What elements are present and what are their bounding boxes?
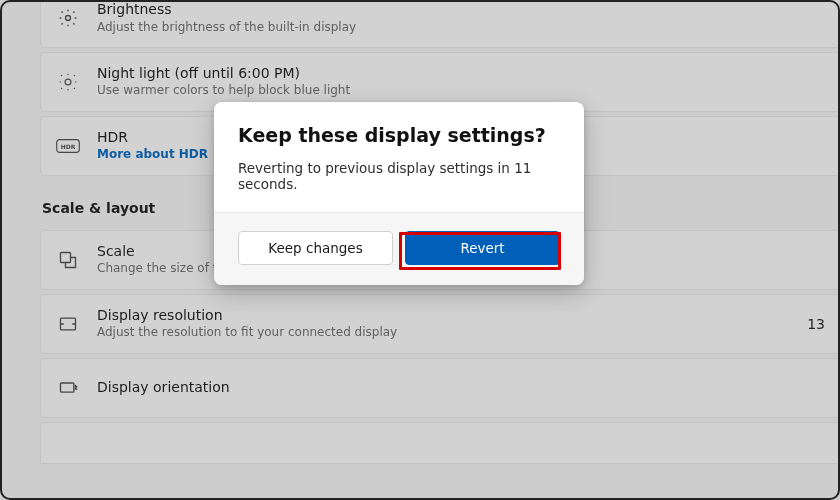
row-title: Brightness (97, 1, 356, 19)
row-orientation[interactable]: Display orientation (40, 358, 840, 418)
svg-rect-4 (61, 252, 71, 262)
svg-rect-6 (61, 383, 74, 392)
scale-icon (55, 250, 81, 270)
orientation-icon (55, 378, 81, 398)
row-sub: Adjust the brightness of the built-in di… (97, 20, 356, 35)
row-brightness[interactable]: Brightness Adjust the brightness of the … (40, 0, 840, 48)
brightness-icon (55, 8, 81, 28)
revert-button[interactable]: Revert (405, 231, 560, 265)
row-title: Display resolution (97, 307, 397, 325)
row-resolution[interactable]: Display resolution Adjust the resolution… (40, 294, 840, 354)
row-texts: HDR More about HDR (97, 129, 208, 163)
hdr-icon: HDR (55, 138, 81, 154)
dialog-message: Reverting to previous display settings i… (238, 160, 560, 192)
hdr-more-link[interactable]: More about HDR (97, 147, 208, 162)
row-title: HDR (97, 129, 208, 147)
dialog-title: Keep these display settings? (238, 124, 560, 146)
row-texts: Display resolution Adjust the resolution… (97, 307, 397, 341)
row-title: Display orientation (97, 379, 230, 397)
svg-text:HDR: HDR (61, 142, 76, 149)
row-sub: Adjust the resolution to fit your connec… (97, 325, 397, 340)
svg-point-1 (65, 79, 71, 85)
row-title: Night light (off until 6:00 PM) (97, 65, 350, 83)
keep-changes-button[interactable]: Keep changes (238, 231, 393, 265)
row-texts: Night light (off until 6:00 PM) Use warm… (97, 65, 350, 99)
keep-settings-dialog: Keep these display settings? Reverting t… (214, 102, 584, 285)
resolution-icon (55, 314, 81, 334)
resolution-value: 13 (807, 316, 825, 332)
row-texts: Display orientation (97, 379, 230, 397)
row-texts: Brightness Adjust the brightness of the … (97, 1, 356, 35)
row-sub: Use warmer colors to help block blue lig… (97, 83, 350, 98)
svg-point-0 (66, 15, 71, 20)
row-multiple-displays[interactable] (40, 422, 840, 464)
night-light-icon (55, 72, 81, 92)
